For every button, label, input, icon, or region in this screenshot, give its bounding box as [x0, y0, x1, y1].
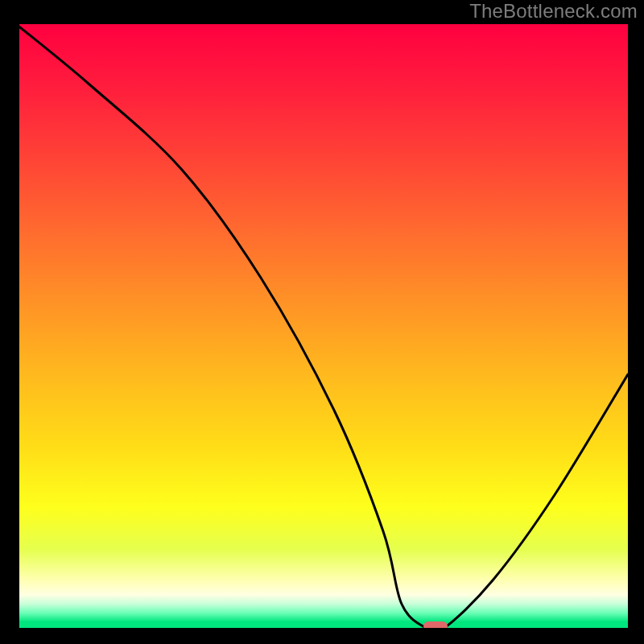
plot-area — [16, 24, 628, 628]
x-axis — [16, 628, 628, 631]
watermark-text: TheBottleneck.com — [469, 0, 638, 23]
chart-canvas: TheBottleneck.com — [0, 0, 644, 644]
bottleneck-curve — [16, 24, 628, 628]
y-axis — [16, 24, 19, 628]
